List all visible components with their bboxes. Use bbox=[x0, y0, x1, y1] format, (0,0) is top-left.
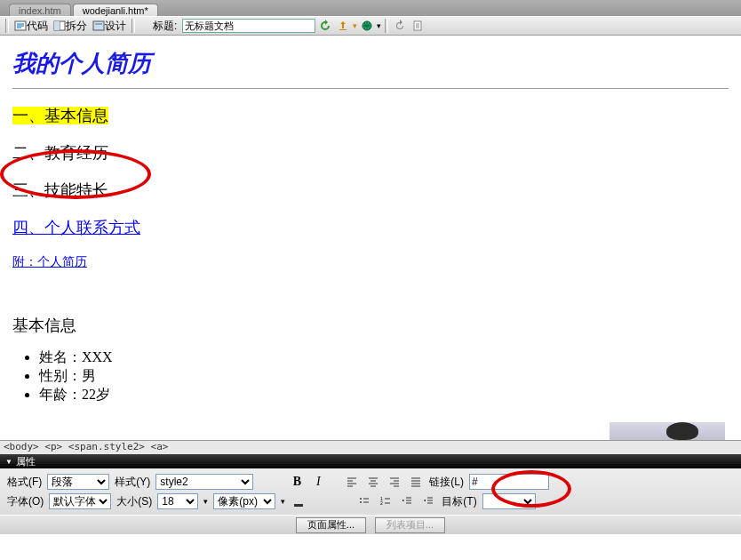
reload-icon[interactable] bbox=[392, 18, 408, 34]
svg-point-11 bbox=[360, 501, 362, 503]
title-label: 标题: bbox=[153, 19, 177, 34]
text-color-icon[interactable] bbox=[291, 493, 307, 509]
properties-panel-title[interactable]: 属性 bbox=[0, 454, 741, 468]
document-tabs: index.htm wodejianli.htm* bbox=[0, 0, 741, 16]
ul-icon[interactable] bbox=[356, 493, 372, 509]
svg-rect-4 bbox=[93, 21, 104, 30]
bold-button[interactable]: B bbox=[289, 474, 305, 490]
target-select[interactable] bbox=[482, 493, 536, 509]
list-item-button: 列表项目... bbox=[375, 517, 445, 533]
info-title: 基本信息 bbox=[12, 315, 729, 336]
design-view-button[interactable]: 设计 bbox=[91, 18, 128, 34]
list-item: 性别：男 bbox=[39, 367, 729, 386]
tag-selector-path[interactable]: <body> <p> <span.style2> <a> bbox=[0, 440, 741, 454]
list-item: 姓名：XXX bbox=[39, 348, 729, 367]
outdent-icon[interactable] bbox=[399, 493, 415, 509]
link-label: 链接(L) bbox=[429, 475, 464, 490]
refresh-title-icon[interactable] bbox=[317, 18, 333, 34]
split-view-button[interactable]: 拆分 bbox=[52, 18, 89, 34]
link-input[interactable] bbox=[469, 474, 549, 490]
view-toolbar: 代码 拆分 设计 标题: ▾ ▾ bbox=[0, 16, 741, 36]
size-select[interactable]: 18 bbox=[157, 493, 198, 509]
tab-index[interactable]: index.htm bbox=[9, 4, 71, 16]
indent-icon[interactable] bbox=[420, 493, 436, 509]
style-label: 样式(Y) bbox=[115, 475, 150, 490]
italic-button[interactable]: I bbox=[310, 474, 326, 490]
svg-rect-3 bbox=[54, 21, 60, 30]
globe-icon[interactable] bbox=[359, 18, 375, 34]
photo-placeholder bbox=[610, 422, 725, 440]
page-icon[interactable] bbox=[410, 18, 426, 34]
unit-select[interactable]: 像素(px) bbox=[213, 493, 275, 509]
section-4-link[interactable]: 四、个人联系方式 bbox=[12, 217, 729, 238]
svg-text:2: 2 bbox=[380, 500, 383, 506]
style-select[interactable]: style2 bbox=[155, 474, 253, 490]
design-canvas[interactable]: 我的个人简历 一、基本信息 二、教育经历 三、技能特长 四、个人联系方式 附：个… bbox=[0, 36, 741, 440]
format-select[interactable]: 段落 bbox=[47, 474, 109, 490]
font-label: 字体(O) bbox=[7, 494, 44, 509]
align-left-icon[interactable] bbox=[344, 474, 360, 490]
list-item: 年龄：22岁 bbox=[39, 386, 729, 404]
svg-rect-6 bbox=[339, 29, 347, 30]
page-heading: 我的个人简历 bbox=[12, 48, 729, 79]
svg-rect-5 bbox=[95, 23, 102, 25]
properties-panel: 格式(F) 段落 样式(Y) style2 B I 链接(L) 字体(O) 默认… bbox=[0, 468, 741, 515]
svg-rect-9 bbox=[294, 504, 303, 507]
title-input[interactable] bbox=[182, 19, 315, 33]
align-justify-icon[interactable] bbox=[408, 474, 424, 490]
font-select[interactable]: 默认字体 bbox=[49, 493, 111, 509]
bottom-bar: 页面属性... 列表项目... bbox=[0, 515, 741, 534]
info-list: 姓名：XXX 性别：男 年龄：22岁 bbox=[39, 348, 729, 404]
attachment-link[interactable]: 附：个人简历 bbox=[12, 254, 729, 270]
page-properties-button[interactable]: 页面属性... bbox=[296, 517, 366, 533]
size-label: 大小(S) bbox=[116, 494, 152, 509]
format-label: 格式(F) bbox=[7, 475, 42, 490]
svg-point-10 bbox=[360, 498, 362, 500]
divider bbox=[12, 88, 729, 89]
align-right-icon[interactable] bbox=[386, 474, 402, 490]
section-1: 一、基本信息 bbox=[12, 105, 729, 126]
section-2: 二、教育经历 bbox=[12, 142, 729, 164]
upload-icon[interactable] bbox=[335, 18, 351, 34]
tab-wodejianli[interactable]: wodejianli.htm* bbox=[73, 4, 158, 16]
target-label: 目标(T) bbox=[442, 494, 476, 509]
section-3: 三、技能特长 bbox=[12, 180, 729, 201]
ol-icon[interactable]: 12 bbox=[378, 493, 394, 509]
align-center-icon[interactable] bbox=[365, 474, 381, 490]
code-view-button[interactable]: 代码 bbox=[12, 18, 50, 34]
